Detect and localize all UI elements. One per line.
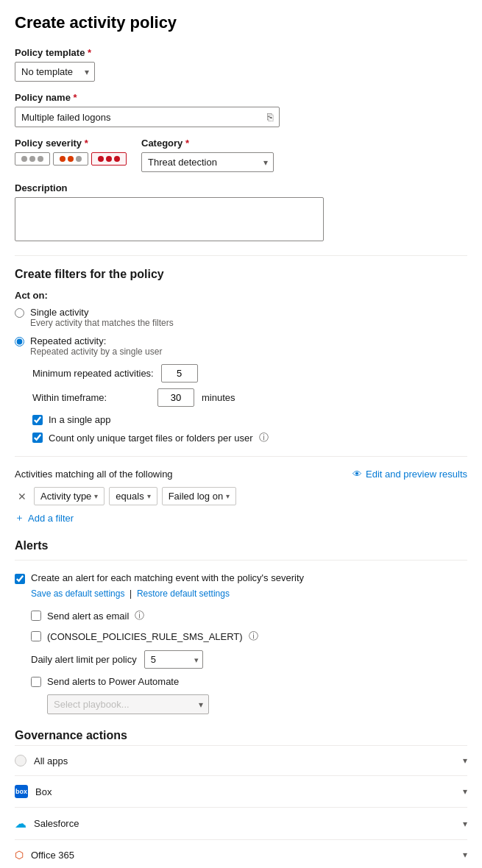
alerts-options: Send alert as email ⓘ (CONSOLE_POLICIES_… (31, 609, 467, 714)
governance-item-all-apps[interactable]: All apps ▾ (15, 746, 467, 776)
restore-default-link[interactable]: Restore default settings (137, 588, 230, 599)
governance-title: Governance actions (15, 729, 467, 742)
daily-limit-select[interactable]: 1 5 10 25 50 Unlimited (144, 650, 203, 669)
repeated-activity-radio[interactable] (15, 337, 24, 346)
box-label: Box (35, 786, 52, 797)
single-activity-desc: Every activity that matches the filters (30, 318, 174, 328)
salesforce-label: Salesforce (34, 818, 79, 829)
single-activity-label: Single activity (30, 307, 174, 318)
power-automate-checkbox[interactable] (31, 677, 41, 687)
governance-section: Governance actions All apps ▾ box Box ▾ … (15, 729, 467, 868)
filter-operator-chip[interactable]: equals ▾ (109, 487, 157, 505)
repeated-activity-label: Repeated activity: (30, 335, 162, 346)
activities-matching-section: Activities matching all of the following… (15, 469, 467, 524)
main-alert-checkbox-row: Create an alert for each matching event … (15, 572, 467, 584)
main-alert-checkbox[interactable] (15, 574, 25, 584)
sms-alert-checkbox[interactable] (31, 631, 41, 641)
single-activity-radio[interactable] (15, 308, 24, 318)
count-unique-row: Count only unique target files or folder… (32, 431, 467, 444)
repeated-activity-text: Repeated activity: Repeated activity by … (30, 335, 162, 357)
single-app-checkbox[interactable] (32, 415, 43, 425)
edit-preview-link[interactable]: 👁 Edit and preview results (352, 469, 467, 480)
daily-limit-select-wrapper: 1 5 10 25 50 Unlimited (144, 650, 203, 669)
governance-item-box[interactable]: box Box ▾ (15, 776, 467, 808)
governance-item-all-apps-left: All apps (15, 755, 68, 766)
dot-orange-1 (60, 156, 65, 162)
filter-row: ✕ Activity type ▾ equals ▾ Failed log on… (15, 487, 467, 505)
single-app-label: In a single app (49, 414, 111, 425)
description-label: Description (15, 182, 467, 193)
eye-icon: 👁 (352, 469, 362, 480)
office365-chevron: ▾ (463, 850, 467, 860)
minutes-label: minutes (202, 392, 235, 403)
filter-value-chevron: ▾ (226, 492, 230, 500)
dot-orange-2 (68, 156, 74, 162)
filter-value-chip[interactable]: Failed log on ▾ (162, 487, 236, 505)
governance-item-salesforce-left: ☁ Salesforce (15, 817, 79, 830)
min-repeated-input[interactable] (161, 364, 198, 383)
category-section: Category Threat detection (141, 138, 274, 172)
description-section: Description (15, 182, 467, 243)
box-icon: box (15, 785, 28, 798)
policy-template-wrapper: No template (15, 62, 95, 82)
copy-icon[interactable]: ⎘ (267, 111, 273, 123)
filters-section: Create filters for the policy Act on: Si… (15, 268, 467, 444)
repeated-activity-desc: Repeated activity by a single user (30, 346, 162, 357)
policy-name-label: Policy name (15, 92, 467, 103)
category-select[interactable]: Threat detection (141, 152, 274, 172)
page-title: Create activity policy (15, 13, 467, 32)
all-apps-label: All apps (34, 755, 68, 766)
governance-item-box-left: box Box (15, 785, 52, 798)
playbook-select-wrapper: Select playbook... (47, 694, 209, 714)
min-repeated-label: Minimum repeated activities: (32, 368, 154, 379)
sms-info-icon[interactable]: ⓘ (249, 630, 258, 643)
severity-buttons (15, 152, 127, 166)
sms-alert-label: (CONSOLE_POLICIES_RULE_SMS_ALERT) (47, 631, 243, 642)
box-chevron: ▾ (463, 786, 467, 797)
filter-operator-chevron: ▾ (147, 492, 151, 500)
repeated-activity-item: Repeated activity: Repeated activity by … (15, 335, 467, 357)
alerts-title: Alerts (15, 539, 467, 552)
governance-item-office365[interactable]: ⬡ Office 365 ▾ (15, 840, 467, 868)
send-email-info-icon[interactable]: ⓘ (135, 609, 144, 622)
dot-gray-2 (29, 156, 35, 162)
power-automate-row: Send alerts to Power Automate (31, 676, 467, 687)
policy-name-row: ⎘ (15, 107, 280, 127)
filter-type-chip[interactable]: Activity type ▾ (34, 487, 104, 505)
policy-template-select[interactable]: No template (15, 62, 95, 82)
count-unique-info-icon[interactable]: ⓘ (259, 431, 269, 444)
divider-1 (15, 255, 467, 256)
policy-name-input[interactable] (21, 112, 267, 123)
governance-item-salesforce[interactable]: ☁ Salesforce ▾ (15, 808, 467, 840)
send-email-checkbox[interactable] (31, 611, 41, 621)
dot-gray-4 (76, 156, 82, 162)
severity-high-button[interactable] (91, 152, 127, 166)
filter-remove-button[interactable]: ✕ (15, 489, 29, 504)
add-filter-link[interactable]: ＋ Add a filter (15, 511, 467, 524)
filter-operator-label: equals (116, 491, 143, 502)
severity-medium-button[interactable] (53, 152, 88, 166)
single-app-row: In a single app (32, 414, 467, 425)
salesforce-chevron: ▾ (463, 819, 467, 829)
repeated-activity-group: Repeated activity: Repeated activity by … (15, 335, 467, 357)
filter-type-chevron: ▾ (94, 492, 98, 500)
count-unique-label: Count only unique target files or folder… (49, 433, 253, 444)
severity-low-button[interactable] (15, 152, 50, 166)
default-settings-links: Save as default settings | Restore defau… (31, 588, 467, 599)
single-activity-group: Single activity Every activity that matc… (15, 307, 467, 328)
office-icon: ⬡ (15, 849, 24, 861)
act-on-label: Act on: (15, 290, 467, 301)
description-textarea[interactable] (15, 197, 324, 241)
page-container: Create activity policy Policy template N… (0, 0, 482, 868)
power-automate-label: Send alerts to Power Automate (47, 676, 179, 687)
playbook-select[interactable]: Select playbook... (47, 694, 209, 714)
filter-value-label: Failed log on (169, 491, 223, 502)
severity-category-row: Policy severity C (15, 138, 467, 172)
save-default-link[interactable]: Save as default settings (31, 588, 124, 599)
policy-template-section: Policy template No template (15, 47, 467, 82)
filter-type-label: Activity type (40, 491, 91, 502)
dot-red-3 (114, 156, 120, 162)
timeframe-input[interactable] (157, 388, 194, 407)
count-unique-checkbox[interactable] (32, 433, 43, 443)
sms-alert-row: (CONSOLE_POLICIES_RULE_SMS_ALERT) ⓘ (31, 630, 467, 643)
